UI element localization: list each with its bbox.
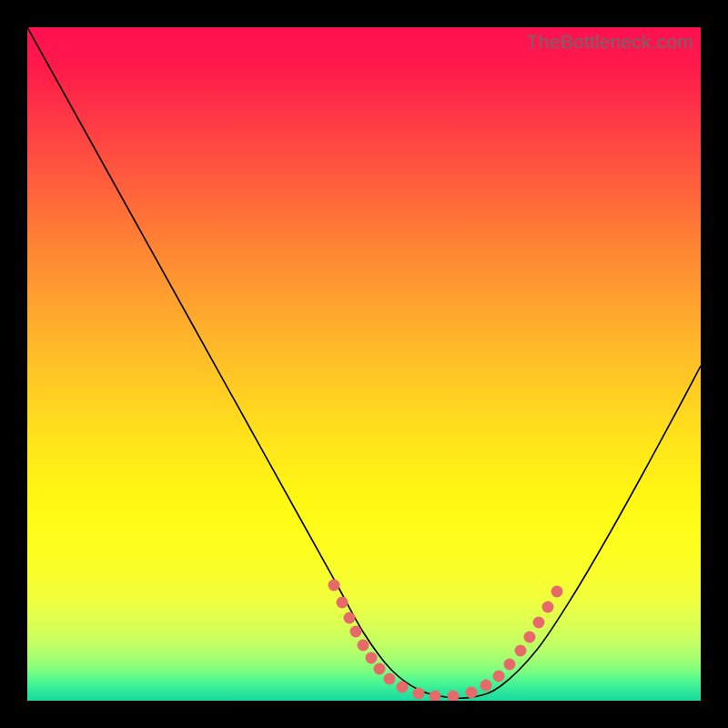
curve-marker (374, 663, 386, 675)
chart-svg (27, 27, 701, 701)
curve-marker (524, 632, 536, 643)
chart-frame: TheBottleneck.com (27, 27, 701, 701)
curve-marker (350, 626, 362, 638)
curve-marker (533, 617, 545, 629)
curve-marker (413, 688, 425, 700)
curve-marker (504, 659, 516, 671)
curve-marker (329, 580, 340, 592)
curve-marker (366, 652, 378, 664)
curve-marker (344, 612, 356, 624)
curve-marker (337, 597, 349, 609)
curve-marker (430, 691, 441, 702)
curve-marker (542, 602, 554, 613)
curve-marker (493, 671, 505, 682)
curve-marker (384, 673, 396, 685)
curve-markers (329, 580, 563, 702)
curve-marker (480, 680, 492, 692)
curve-marker (397, 682, 409, 693)
curve-marker (515, 645, 527, 657)
bottleneck-curve (27, 27, 701, 698)
curve-marker (466, 687, 478, 699)
curve-marker (448, 691, 460, 702)
curve-marker (551, 586, 563, 598)
curve-marker (358, 640, 369, 652)
